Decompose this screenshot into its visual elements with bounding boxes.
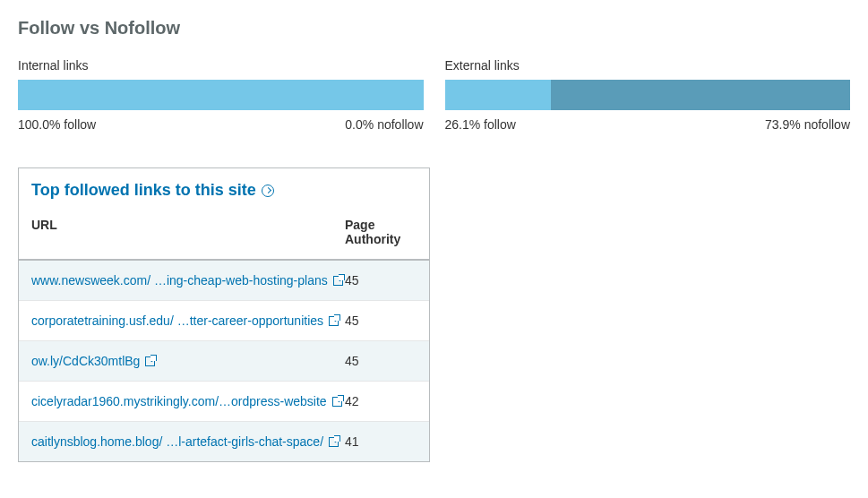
table-row: caitlynsblog.home.blog/ …l-artefact-girl… xyxy=(19,422,429,461)
chart-label-external: External links xyxy=(445,58,851,73)
external-link-icon xyxy=(145,356,155,366)
link-text: corporatetraining.usf.edu/ …tter-career-… xyxy=(31,313,323,328)
follow-nofollow-charts: Internal links 100.0% follow 0.0% nofoll… xyxy=(18,58,850,132)
page-authority-value: 45 xyxy=(345,313,417,328)
external-link-icon xyxy=(333,276,343,286)
link-text: caitlynsblog.home.blog/ …l-artefact-girl… xyxy=(31,434,323,449)
table-row: www.newsweek.com/ …ing-cheap-web-hosting… xyxy=(19,261,429,301)
page-authority-value: 45 xyxy=(345,354,417,368)
external-link-icon xyxy=(329,437,339,447)
table-row: corporatetraining.usf.edu/ …tter-career-… xyxy=(19,301,429,341)
internal-follow-text: 100.0% follow xyxy=(18,117,96,132)
page-authority-value: 45 xyxy=(345,273,417,288)
page-authority-value: 41 xyxy=(345,434,417,449)
col-header-url: URL xyxy=(31,218,345,246)
external-bar xyxy=(445,80,851,110)
section-title: Follow vs Nofollow xyxy=(18,18,850,39)
external-nofollow-segment xyxy=(551,80,850,110)
internal-follow-segment xyxy=(18,80,424,110)
external-link-icon xyxy=(329,316,339,326)
panel-title-text: Top followed links to this site xyxy=(31,181,256,200)
internal-nofollow-text: 0.0% nofollow xyxy=(345,117,423,132)
followed-link[interactable]: cicelyradar1960.mystrikingly.com/…ordpre… xyxy=(31,394,342,408)
table-header: URL Page Authority xyxy=(19,209,429,261)
link-text: ow.ly/CdCk30mtlBg xyxy=(31,354,140,368)
col-header-pa: Page Authority xyxy=(345,218,417,246)
table-row: cicelyradar1960.mystrikingly.com/…ordpre… xyxy=(19,382,429,422)
followed-link[interactable]: ow.ly/CdCk30mtlBg xyxy=(31,354,155,368)
followed-link[interactable]: caitlynsblog.home.blog/ …l-artefact-girl… xyxy=(31,434,339,449)
chevron-right-circle-icon xyxy=(262,185,274,197)
followed-link[interactable]: corporatetraining.usf.edu/ …tter-career-… xyxy=(31,313,339,328)
table-row: ow.ly/CdCk30mtlBg 45 xyxy=(19,341,429,382)
panel-title-link[interactable]: Top followed links to this site xyxy=(31,181,274,200)
chart-label-internal: Internal links xyxy=(18,58,424,73)
page-authority-value: 42 xyxy=(345,394,417,408)
top-followed-links-panel: Top followed links to this site URL Page… xyxy=(18,167,430,462)
external-links-chart: External links 26.1% follow 73.9% nofoll… xyxy=(445,58,851,132)
external-follow-segment xyxy=(445,80,551,110)
followed-link[interactable]: www.newsweek.com/ …ing-cheap-web-hosting… xyxy=(31,273,343,288)
external-follow-text: 26.1% follow xyxy=(445,117,516,132)
external-link-icon xyxy=(332,397,342,407)
internal-bar xyxy=(18,80,424,110)
external-nofollow-text: 73.9% nofollow xyxy=(765,117,850,132)
link-text: www.newsweek.com/ …ing-cheap-web-hosting… xyxy=(31,273,328,288)
internal-links-chart: Internal links 100.0% follow 0.0% nofoll… xyxy=(18,58,424,132)
link-text: cicelyradar1960.mystrikingly.com/…ordpre… xyxy=(31,394,327,408)
